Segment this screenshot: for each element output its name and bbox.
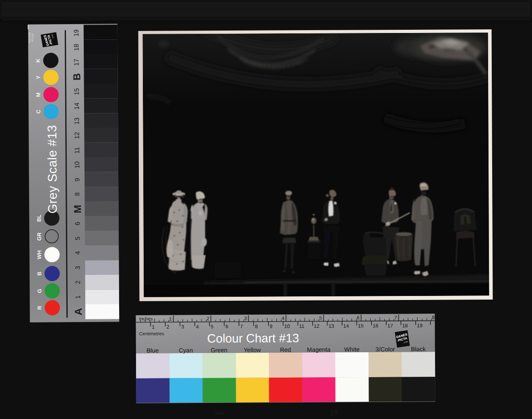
svg-text:11: 11 [299, 323, 304, 329]
svg-text:3: 3 [244, 316, 247, 321]
svg-text:19: 19 [329, 408, 338, 417]
svg-text:7: 7 [394, 315, 397, 320]
svg-text:16: 16 [373, 323, 378, 329]
svg-text:10: 10 [285, 323, 290, 329]
svg-text:1: 1 [152, 324, 155, 330]
svg-text:18: 18 [402, 323, 408, 329]
svg-text:8: 8 [255, 324, 258, 329]
svg-text:3: 3 [181, 324, 184, 330]
svg-text:6: 6 [357, 315, 360, 321]
svg-text:14: 14 [343, 323, 349, 329]
svg-text:9: 9 [270, 324, 272, 329]
svg-text:5: 5 [211, 324, 214, 329]
svg-text:12: 12 [314, 323, 320, 329]
svg-text:5: 5 [319, 315, 322, 321]
svg-text:15: 15 [358, 323, 364, 329]
svg-text:1: 1 [169, 316, 172, 322]
svg-text:17: 17 [388, 323, 393, 329]
svg-text:7: 7 [240, 324, 243, 329]
svg-text:2: 2 [206, 316, 209, 321]
svg-text:6: 6 [225, 324, 228, 329]
svg-text:8: 8 [432, 315, 435, 320]
svg-text:19: 19 [417, 323, 423, 329]
svg-text:4: 4 [196, 324, 199, 330]
svg-text:2: 2 [167, 324, 169, 330]
svg-text:13: 13 [328, 323, 334, 329]
svg-text:4: 4 [282, 316, 285, 321]
